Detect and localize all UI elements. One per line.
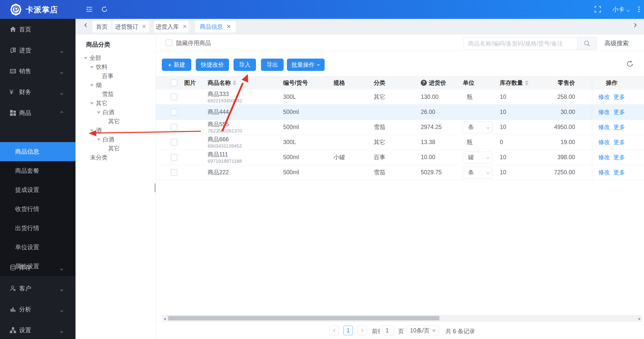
tree-item-baijiu-2[interactable]: 白酒 [97,135,114,144]
table-row[interactable]: 商品444 500ml 26.00 10 30.00 修改更多 [156,105,644,120]
reload-table-icon[interactable] [626,60,634,68]
caret-down-icon[interactable] [84,57,87,59]
close-icon[interactable]: ✕ [142,23,146,30]
table-row[interactable]: 商品1116971918871188 500ml 小罐 百事 10.00 罐 1… [156,150,644,165]
sidebar-item-unit-settings[interactable]: 单位设置 [0,238,75,257]
tree-item-pepsi[interactable]: 百事 [102,71,113,80]
sort-icon[interactable] [233,80,236,86]
edit-link[interactable]: 修改 [598,93,610,101]
caret-down-icon[interactable] [97,139,100,141]
search-button[interactable] [577,37,597,50]
unit-select[interactable]: 条 [463,121,493,133]
scrollbar-thumb[interactable] [168,316,439,320]
more-link[interactable]: 更多 [614,153,625,161]
row-checkbox[interactable] [171,139,177,146]
page-number-button[interactable]: 1 [344,326,353,335]
tree-item-alcohol[interactable]: 酒 [90,126,102,135]
more-options-icon[interactable] [635,6,643,13]
col-header-stock[interactable]: 库存数量 [498,79,531,87]
more-link[interactable]: 更多 [614,108,625,116]
row-checkbox[interactable] [171,109,177,115]
table-row[interactable]: 商品6666903431139452 300L 其它 13.38 瓶 0 19.… [156,135,644,150]
prev-page-button[interactable] [329,326,339,335]
tab-home[interactable]: 首页 [92,21,111,32]
edit-link[interactable]: 修改 [598,153,610,161]
row-checkbox[interactable] [171,124,177,131]
tabs-scroll-left-icon[interactable] [84,23,88,27]
more-link[interactable]: 更多 [614,138,625,146]
import-button[interactable]: 导入 [234,59,256,71]
select-all-checkbox[interactable] [171,79,177,86]
export-button[interactable]: 导出 [261,59,284,71]
sidebar-item-analysis[interactable]: 分析 [0,299,75,320]
tree-item-other-sub-2[interactable]: 其它 [108,144,120,153]
unit-select[interactable]: 条 [463,167,493,178]
close-icon[interactable]: ✕ [226,23,231,30]
hide-disabled-checkbox[interactable] [166,39,172,46]
caret-down-icon[interactable] [90,130,94,132]
edit-link[interactable]: 修改 [598,138,610,146]
caret-down-icon[interactable] [90,84,94,87]
sidebar-item-customers[interactable]: 客户 [0,278,75,299]
user-menu[interactable]: 小卡 [612,6,624,14]
batch-actions-button[interactable]: 批量操作 [287,59,325,71]
sidebar-item-finance[interactable]: ¥ 财务 [0,81,75,102]
sort-icon[interactable] [525,80,528,86]
sidebar-item-ship-market[interactable]: 出货行情 [0,219,75,238]
tree-item-baijiu[interactable]: 白酒 [97,108,114,117]
tree-item-cigar[interactable]: 雪茄 [102,90,113,99]
tree-item-uncategorized[interactable]: 未分类 [90,153,107,162]
quick-price-button[interactable]: 快捷改价 [196,59,229,71]
sidebar-item-goods[interactable]: 商品 [0,102,75,123]
table-row[interactable]: 商品222 500ml 雪茄 5029.75 条 10 7250.00 修改更多 [156,165,644,180]
tab-purchase-reserve[interactable]: 进货预订 ✕ [112,21,149,32]
sidebar-item-goods-bundle[interactable]: 商品套餐 [0,161,75,180]
close-icon[interactable]: ✕ [182,23,187,30]
caret-down-icon[interactable] [90,66,94,68]
page-size-select[interactable]: 10条/页 [406,326,439,335]
sidebar-item-sales[interactable]: 销售 [0,61,75,81]
category-scrollbar-thumb[interactable] [154,183,156,192]
more-link[interactable]: 更多 [614,123,625,131]
row-checkbox[interactable] [171,154,177,161]
fullscreen-icon[interactable] [594,6,601,13]
row-checkbox[interactable] [171,169,177,176]
row-checkbox[interactable] [171,94,177,100]
help-icon[interactable]: ? [421,80,427,86]
tabs-scroll-right-icon[interactable] [633,23,637,27]
scroll-right-icon[interactable]: ▸ [638,316,641,321]
goto-page-input[interactable] [380,326,394,335]
more-link[interactable]: 更多 [614,168,625,176]
sidebar-item-receive-market[interactable]: 收货行情 [0,199,75,219]
tree-item-other-sub[interactable]: 其它 [108,117,120,126]
new-button[interactable]: + 新建 [162,59,191,71]
sidebar-item-goods-info[interactable]: 商品信息 [0,142,75,161]
table-row[interactable]: 商品5557623500261370 500ml 雪茄 2974.25 条 10… [156,120,644,135]
sidebar-item-purchase[interactable]: 进货 [0,40,75,61]
tree-item-drinks[interactable]: 饮料 [90,62,107,71]
horizontal-scrollbar[interactable]: ◂ ▸ [162,315,642,321]
scroll-left-icon[interactable]: ◂ [164,316,166,321]
edit-link[interactable]: 修改 [598,123,610,131]
edit-link[interactable]: 修改 [598,108,610,116]
caret-down-icon[interactable] [90,102,94,105]
sidebar-item-home[interactable]: 首页 [0,19,75,40]
search-input[interactable] [463,37,577,50]
sidebar-item-settings[interactable]: 设置 [0,320,75,339]
col-header-name[interactable]: 商品名称 [203,79,278,87]
caret-down-icon[interactable] [97,111,100,114]
next-page-button[interactable] [358,326,367,335]
more-link[interactable]: 更多 [614,93,625,101]
tree-item-tobacco[interactable]: 烟 [90,80,102,90]
tab-goods-info[interactable]: 商品信息 ✕ [195,21,236,32]
tree-item-all[interactable]: 全部 [84,53,101,62]
collapse-menu-icon[interactable] [86,6,93,13]
sidebar-item-stock[interactable]: 库存 [0,257,75,278]
refresh-icon[interactable] [101,6,108,13]
sidebar-item-commission-settings[interactable]: 提成设置 [0,180,75,199]
unit-select[interactable]: 罐 [463,152,493,163]
table-row[interactable]: 商品3336922193400532 300L 其它 130.00 瓶 10 2… [156,90,644,105]
edit-link[interactable]: 修改 [598,168,610,176]
advanced-search-link[interactable]: 高级搜索 [604,39,629,47]
tree-item-other[interactable]: 其它 [90,99,107,108]
